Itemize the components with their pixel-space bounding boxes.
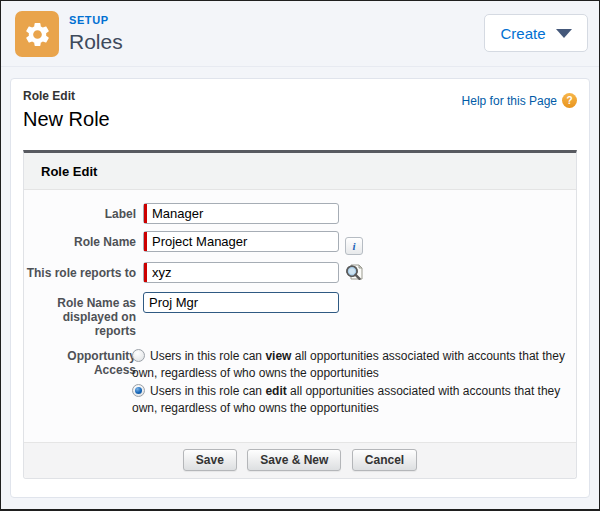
help-block: Help for this Page ? — [462, 93, 577, 108]
form-row-reports-to: This role reports to — [24, 262, 576, 285]
role-name-input[interactable] — [143, 231, 339, 252]
chevron-down-icon — [556, 29, 572, 38]
option-text-bold: edit — [265, 384, 286, 398]
help-link[interactable]: Help for this Page — [462, 94, 557, 108]
label-input[interactable] — [143, 203, 339, 224]
label-field-label: Label — [24, 203, 136, 224]
save-button[interactable]: Save — [183, 449, 237, 471]
setup-eyebrow: SETUP — [69, 14, 123, 26]
page-app-title: Roles — [69, 30, 123, 54]
info-icon[interactable]: i — [345, 237, 363, 255]
form-rows: Label Role Name i — [24, 190, 576, 418]
option-text-bold: view — [265, 349, 291, 363]
lookup-icon[interactable] — [344, 262, 364, 285]
help-icon[interactable]: ? — [562, 93, 577, 108]
required-indicator — [144, 204, 147, 223]
option-text: Users in this role can — [150, 384, 265, 398]
opportunity-access-label: Opportunity Access — [24, 345, 136, 418]
page-subtitle: Role Edit — [23, 89, 110, 103]
page-title: New Role — [23, 106, 110, 132]
header-titles: SETUP Roles — [69, 11, 123, 54]
gear-icon — [23, 20, 52, 49]
page-title-block: Role Edit New Role — [23, 89, 110, 132]
button-bar: Save Save & New Cancel — [24, 442, 576, 478]
display-name-field-label: Role Name as displayed on reports — [24, 292, 136, 338]
opportunity-view-option[interactable]: Users in this role can view all opportun… — [132, 348, 576, 382]
form-row-role-name: Role Name i — [24, 231, 576, 255]
reports-to-field-label: This role reports to — [24, 262, 136, 285]
form-row-opportunity-access: Opportunity Access Users in this role ca… — [24, 345, 576, 418]
required-indicator — [144, 263, 147, 282]
section-header: Role Edit — [24, 153, 576, 190]
reports-to-input[interactable] — [143, 262, 339, 283]
display-name-input[interactable] — [143, 292, 339, 313]
setup-gear-tile — [15, 11, 59, 57]
role-edit-section: Role Edit Label Role Name — [23, 150, 577, 479]
create-button[interactable]: Create — [484, 14, 588, 52]
setup-header: SETUP Roles Create — [1, 1, 599, 67]
form-row-label: Label — [24, 203, 576, 224]
cancel-button[interactable]: Cancel — [352, 449, 417, 471]
content-panel: Role Edit New Role Help for this Page ? … — [10, 78, 590, 498]
radio-view[interactable] — [132, 349, 145, 362]
save-and-new-button[interactable]: Save & New — [247, 449, 341, 471]
radio-edit[interactable] — [132, 384, 145, 397]
option-text: Users in this role can — [150, 349, 265, 363]
opportunity-edit-option[interactable]: Users in this role can edit all opportun… — [132, 383, 576, 417]
opportunity-access-options: Users in this role can view all opportun… — [132, 345, 576, 418]
role-name-field-label: Role Name — [24, 231, 136, 255]
page-header: Role Edit New Role Help for this Page ? — [23, 89, 577, 132]
required-indicator — [144, 232, 147, 251]
screen: SETUP Roles Create Role Edit New Role He… — [0, 0, 600, 511]
create-button-label: Create — [500, 25, 545, 42]
form-row-display-name: Role Name as displayed on reports — [24, 292, 576, 338]
